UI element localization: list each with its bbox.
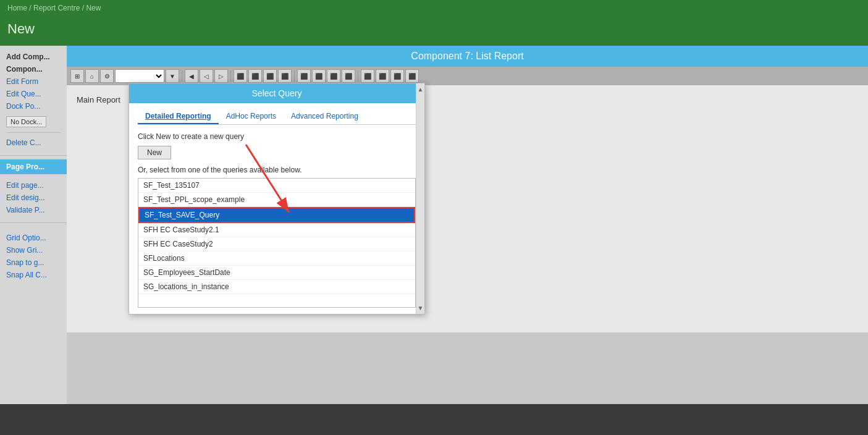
query-list-item[interactable]: SFH EC CaseStudy2 (138, 237, 415, 251)
toolbar-btn-1[interactable]: ⊞ (70, 69, 84, 83)
tab-detailed-reporting[interactable]: Detailed Reporting (138, 109, 219, 124)
sidebar-edit-query[interactable]: Edit Que... (6, 88, 61, 100)
query-list[interactable]: SF_Test_135107SF_Test_PPL_scope_exampleS… (138, 178, 416, 308)
query-list-item[interactable]: SFH EC CaseStudy2.1 (138, 223, 415, 237)
select-query-modal: ▲ ▼ Select Query Detailed Reporting AdHo… (129, 83, 425, 315)
sidebar-component[interactable]: Compon... (6, 63, 61, 75)
page-title: New (0, 16, 868, 46)
toolbar-btn-16[interactable]: ⬛ (405, 69, 419, 83)
component-header: Component 7: List Report (67, 46, 868, 67)
breadcrumb-report-centre[interactable]: Report Centre (33, 4, 80, 12)
sidebar-show-grid[interactable]: Show Gri... (6, 244, 61, 256)
sidebar-dock-pos[interactable]: Dock Po... (6, 100, 61, 112)
toolbar-select[interactable] (115, 69, 164, 83)
toolbar-separator-1 (182, 70, 182, 82)
sidebar-snap-to-grid[interactable]: Snap to g... (6, 256, 61, 269)
modal-body: Detailed Reporting AdHoc Reports Advance… (129, 103, 424, 314)
query-list-item[interactable]: SF_Test_PPL_scope_example (138, 193, 415, 207)
sidebar-divider-3 (0, 222, 67, 223)
toolbar-btn-2[interactable]: ⌂ (85, 69, 99, 83)
sidebar-page-section: Edit page... Edit desig... Validate P... (0, 174, 67, 219)
toolbar-btn-align-center[interactable]: ◁ (200, 69, 213, 83)
sidebar-edit-page[interactable]: Edit page... (6, 179, 61, 192)
toolbar-btn-dropdown[interactable]: ▼ (166, 69, 179, 83)
toolbar-btn-14[interactable]: ⬛ (376, 69, 389, 83)
toolbar-btn-11[interactable]: ⬛ (327, 69, 340, 83)
sidebar-snap-all[interactable]: Snap All C... (6, 269, 61, 281)
query-list-item[interactable]: SF_Test_135107 (138, 179, 415, 193)
toolbar-separator-4 (358, 70, 358, 82)
component-area: Component 7: List Report ⊞ ⌂ ⚙ ▼ ◀ ◁ ▷ ⬛… (67, 46, 868, 404)
toolbar-btn-15[interactable]: ⬛ (390, 69, 404, 83)
sidebar-component-section: Add Comp... Compon... Edit Form Edit Que… (0, 46, 67, 151)
sidebar-divider-2 (0, 155, 67, 156)
sidebar-delete-component[interactable]: Delete C... (6, 137, 61, 149)
scroll-up-arrow[interactable]: ▲ (418, 83, 424, 95)
main-report-label: Main Report (77, 95, 120, 104)
modal-tabs: Detailed Reporting AdHoc Reports Advance… (138, 109, 416, 125)
breadcrumb-current: New (86, 4, 101, 12)
tab-adhoc-reports[interactable]: AdHoc Reports (219, 109, 284, 124)
toolbar-btn-7[interactable]: ⬛ (263, 69, 277, 83)
toolbar-separator-2 (230, 70, 231, 82)
no-dock-button[interactable]: No Dock... (6, 116, 46, 127)
tab-advanced-reporting[interactable]: Advanced Reporting (284, 109, 366, 124)
sidebar-edit-form[interactable]: Edit Form (6, 75, 61, 88)
modal-select-label: Or, select from one of the queries avail… (138, 166, 416, 174)
breadcrumb-home[interactable]: Home (7, 4, 27, 12)
sidebar-grid-options[interactable]: Grid Optio... (6, 232, 61, 244)
toolbar-btn-10[interactable]: ⬛ (312, 69, 326, 83)
query-list-item[interactable]: SG_locations_in_instance (138, 280, 415, 294)
query-list-item[interactable]: SF_Test_SAVE_Query (138, 207, 415, 223)
sidebar-page-properties-title: Page Pro... (0, 159, 67, 174)
toolbar-btn-6[interactable]: ⬛ (248, 69, 262, 83)
toolbar-btn-13[interactable]: ⬛ (361, 69, 374, 83)
new-query-button[interactable]: New (138, 146, 171, 159)
sidebar-add-component[interactable]: Add Comp... (6, 51, 61, 63)
toolbar-separator-3 (294, 70, 295, 82)
sidebar-validate[interactable]: Validate P... (6, 204, 61, 216)
query-list-item[interactable]: SG_Employees_StartDate (138, 266, 415, 280)
toolbar-btn-5[interactable]: ⬛ (234, 69, 247, 83)
sidebar-edit-design[interactable]: Edit desig... (6, 192, 61, 204)
modal-instruction: Click New to create a new query (138, 132, 416, 141)
sidebar-divider-1 (6, 132, 61, 133)
query-list-item[interactable]: SFLocations (138, 251, 415, 266)
toolbar-btn-align-left[interactable]: ◀ (185, 69, 198, 83)
toolbar-btn-align-right[interactable]: ▷ (214, 69, 228, 83)
sidebar: Add Comp... Compon... Edit Form Edit Que… (0, 46, 67, 404)
main-area: Add Comp... Compon... Edit Form Edit Que… (0, 46, 868, 404)
breadcrumb-bar: Home / Report Centre / New (0, 0, 868, 16)
toolbar-btn-12[interactable]: ⬛ (342, 69, 355, 83)
modal-title: Select Query (129, 83, 424, 103)
sidebar-grid-section: Grid Optio... Show Gri... Snap to g... S… (0, 227, 67, 284)
toolbar-btn-8[interactable]: ⬛ (278, 69, 292, 83)
toolbar-btn-9[interactable]: ⬛ (297, 69, 311, 83)
toolbar-btn-3[interactable]: ⚙ (100, 69, 114, 83)
